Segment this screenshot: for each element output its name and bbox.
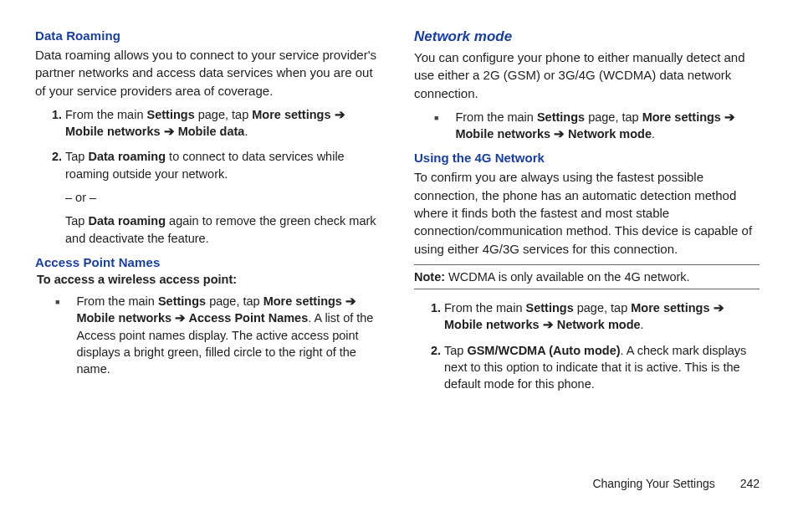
para-data-roaming-intro: Data roaming allows you to connect to yo… <box>35 46 381 100</box>
heading-apn: Access Point Names <box>35 255 381 269</box>
or-divider: – or – <box>65 189 381 206</box>
heading-4g: Using the 4G Network <box>414 151 760 165</box>
square-bullet-icon: ■ <box>55 293 59 377</box>
apn-bullet: ■ From the main Settings page, tap More … <box>35 293 381 377</box>
step-1: From the main Settings page, tap More se… <box>65 106 381 141</box>
list-data-roaming-steps: From the main Settings page, tap More se… <box>35 106 381 247</box>
page-footer: Changing Your Settings 242 <box>0 477 798 502</box>
step-2-4g: Tap GSM/WCDMA (Auto mode). A check mark … <box>444 342 760 393</box>
square-bullet-icon: ■ <box>434 109 438 143</box>
note-box: Note: WCDMA is only available on the 4G … <box>414 264 760 289</box>
apn-subhead: To access a wireless access point: <box>37 273 381 286</box>
step-2: Tap Data roaming to connect to data serv… <box>65 148 381 246</box>
page-body: Data Roaming Data roaming allows you to … <box>0 0 798 477</box>
para-network-mode-intro: You can configure your phone to either m… <box>414 49 760 102</box>
left-column: Data Roaming Data roaming allows you to … <box>35 28 381 462</box>
para-4g-intro: To confirm you are always using the fast… <box>414 168 760 257</box>
footer-page-number: 242 <box>740 477 760 490</box>
network-mode-bullet: ■ From the main Settings page, tap More … <box>414 109 760 143</box>
heading-data-roaming: Data Roaming <box>35 28 381 43</box>
step-1-4g: From the main Settings page, tap More se… <box>444 299 760 334</box>
heading-network-mode: Network mode <box>414 28 760 45</box>
step-2b: Tap Data roaming again to remove the gre… <box>65 212 381 247</box>
footer-section: Changing Your Settings <box>592 477 714 490</box>
list-4g-steps: From the main Settings page, tap More se… <box>414 299 760 392</box>
right-column: Network mode You can configure your phon… <box>414 28 760 462</box>
